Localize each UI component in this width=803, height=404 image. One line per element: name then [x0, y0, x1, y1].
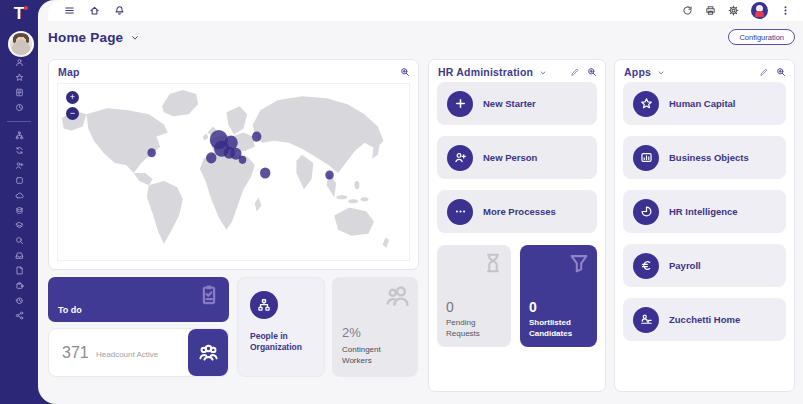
page-header: Home Page Configuration — [48, 26, 795, 48]
chevron-down-icon[interactable] — [130, 33, 140, 43]
topbar-left — [64, 5, 125, 16]
app-item-hr-intelligence[interactable]: HR Intelligence — [623, 190, 786, 233]
world-map-canvas — [58, 84, 409, 260]
map-panel-header: Map — [49, 60, 418, 82]
plus-icon — [447, 91, 473, 117]
headcount-label: Headcount Active — [96, 350, 158, 359]
todo-label: To do — [58, 305, 82, 315]
gear-icon[interactable] — [728, 5, 739, 16]
two-people-icon — [385, 283, 411, 309]
sidebar-divider — [7, 121, 31, 122]
app-item-human-capital[interactable]: Human Capital — [623, 82, 786, 125]
bell-icon[interactable] — [114, 5, 125, 16]
user-avatar[interactable] — [751, 2, 768, 19]
refresh-icon[interactable] — [682, 5, 693, 16]
apps-panel-title: Apps — [624, 66, 651, 78]
chevron-down-icon[interactable] — [657, 69, 665, 77]
hr-panel-title: HR Administration — [438, 66, 533, 78]
shortlisted-candidates-label: Shortlisted Candidates — [529, 318, 591, 339]
pending-requests-label: Pending Requests — [446, 318, 505, 339]
page-title: Home Page — [48, 30, 123, 45]
new-starter-button[interactable]: New Starter — [437, 82, 597, 125]
pending-requests-value: 0 — [446, 299, 454, 315]
star-icon — [633, 91, 659, 117]
world-map[interactable]: + − — [57, 83, 410, 261]
coins-icon[interactable] — [15, 206, 24, 215]
document-icon[interactable] — [15, 266, 24, 275]
map-panel: Map + − — [48, 59, 419, 270]
more-processes-button[interactable]: More Processes — [437, 190, 597, 233]
clipboard-icon — [197, 283, 221, 307]
headcount-tile-button[interactable] — [188, 329, 228, 376]
new-person-button[interactable]: New Person — [437, 136, 597, 179]
home-icon[interactable] — [89, 5, 100, 16]
todo-card[interactable]: To do — [48, 277, 229, 322]
inbox-icon[interactable] — [15, 251, 24, 260]
configuration-button[interactable]: Configuration — [728, 29, 795, 45]
map-bubble[interactable] — [206, 152, 216, 163]
map-bubble[interactable] — [260, 167, 270, 178]
app-window: T — [0, 0, 803, 404]
apps-panel: Apps Human Capital Business Objects HR I… — [614, 59, 795, 392]
user-plus-icon — [447, 145, 473, 171]
headcount-card[interactable]: 371 Headcount Active — [48, 328, 229, 377]
edit-pencil-icon[interactable] — [759, 67, 769, 77]
map-bubble[interactable] — [239, 156, 247, 164]
map-zoom-out-button[interactable]: − — [66, 107, 79, 120]
funnel-icon — [568, 252, 590, 274]
hourglass-icon — [482, 252, 504, 274]
cloud-icon[interactable] — [15, 191, 24, 200]
clock-icon[interactable] — [15, 103, 24, 112]
puzzle-icon[interactable] — [15, 281, 24, 290]
euro-icon — [633, 253, 659, 279]
square-icon[interactable] — [15, 176, 24, 185]
org-chart-icon — [250, 291, 278, 319]
kebab-menu-icon[interactable] — [780, 5, 791, 16]
brand-logo-dot — [24, 6, 28, 10]
user-plus-icon[interactable] — [15, 161, 24, 170]
people-in-organization-label: People in Organization — [250, 331, 316, 353]
user-icon[interactable] — [15, 58, 24, 67]
shortlisted-candidates-card[interactable]: 0 Shortlisted Candidates — [520, 245, 597, 347]
ellipsis-icon — [447, 199, 473, 225]
topbar — [48, 0, 803, 21]
brand-logo[interactable]: T — [0, 4, 38, 24]
headcount-value: 371 — [62, 344, 89, 362]
sidebar: T — [0, 0, 38, 404]
hr-panel-header: HR Administration — [429, 60, 605, 82]
star-icon[interactable] — [15, 73, 24, 82]
search-icon[interactable] — [15, 236, 24, 245]
people-in-organization-card[interactable]: People in Organization — [237, 277, 325, 377]
printer-icon[interactable] — [705, 5, 716, 16]
topbar-right — [682, 2, 791, 19]
zoom-in-icon[interactable] — [587, 67, 597, 77]
app-item-zucchetti-home[interactable]: Zucchetti Home — [623, 298, 786, 341]
zoom-in-icon[interactable] — [776, 67, 786, 77]
history-icon[interactable] — [15, 296, 24, 305]
app-item-payroll[interactable]: Payroll — [623, 244, 786, 287]
hr-stats-row: 0 Pending Requests 0 Shortlisted Candida… — [437, 245, 597, 347]
chevron-down-icon[interactable] — [539, 69, 547, 77]
org-chart-icon[interactable] — [15, 131, 24, 140]
zoom-in-icon[interactable] — [400, 67, 410, 77]
sync-icon[interactable] — [15, 146, 24, 155]
map-zoom-in-button[interactable]: + — [66, 91, 79, 104]
bar-chart-icon — [633, 145, 659, 171]
sidebar-user-avatar[interactable] — [8, 31, 34, 57]
share-icon[interactable] — [15, 311, 24, 320]
map-bubble[interactable] — [147, 148, 156, 157]
badge-icon[interactable] — [15, 88, 24, 97]
layers-icon[interactable] — [15, 221, 24, 230]
app-item-business-objects[interactable]: Business Objects — [623, 136, 786, 179]
pending-requests-card[interactable]: 0 Pending Requests — [437, 245, 511, 347]
hr-administration-panel: HR Administration New Starter New Person… — [428, 59, 606, 392]
contingent-workers-card[interactable]: 2% Contingent Workers — [332, 277, 418, 377]
map-bubble[interactable] — [252, 132, 261, 142]
hamburger-icon[interactable] — [64, 5, 75, 16]
edit-pencil-icon[interactable] — [570, 67, 580, 77]
contingent-workers-label: Contingent Workers — [342, 345, 402, 367]
workstation-icon — [633, 307, 659, 333]
map-bubble[interactable] — [325, 170, 334, 179]
shortlisted-candidates-value: 0 — [529, 299, 537, 315]
map-panel-title: Map — [58, 66, 80, 78]
